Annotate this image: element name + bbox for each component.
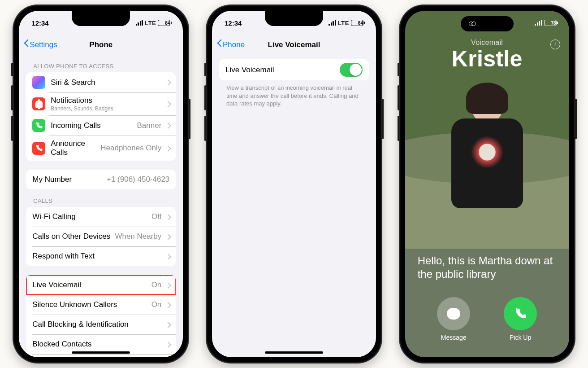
notch	[72, 11, 130, 26]
volume-down-button	[11, 116, 13, 141]
section-header-access: ALLOW PHONE TO ACCESS	[26, 55, 176, 72]
list-live-voicemail: Live Voicemail	[219, 59, 369, 80]
battery-icon: 84	[351, 20, 363, 26]
battery-icon: 84	[158, 20, 170, 26]
list-calls-2: Live VoicemailOn Silence Unknown Callers…	[26, 275, 176, 357]
row-respond-with-text[interactable]: Respond with Text	[26, 246, 176, 266]
row-announce-calls[interactable]: Announce CallsHeadphones Only	[26, 136, 176, 161]
section-header-calls: CALLS	[26, 189, 176, 207]
notch	[265, 11, 323, 26]
nav-bar: Phone Live Voicemail	[212, 35, 376, 55]
volume-down-button	[398, 116, 399, 141]
chevron-right-icon	[166, 302, 169, 308]
info-button[interactable]: i	[550, 39, 560, 49]
back-settings-button[interactable]: Settings	[23, 40, 57, 49]
iphone-frame-1: 12:34 LTE 84 Settings Phone ALLOW PHONE …	[13, 4, 189, 364]
notifications-icon	[32, 97, 45, 110]
carrier-label: LTE	[338, 20, 349, 26]
chevron-right-icon	[166, 234, 169, 240]
screen-live-voicemail-settings: 12:34 LTE 84 Phone Live Voicemail Live V…	[212, 11, 376, 357]
chevron-right-icon	[166, 123, 169, 128]
chevron-right-icon	[166, 145, 169, 151]
voicemail-transcript: Hello, this is Martha down at the public…	[418, 254, 557, 281]
live-voicemail-description: View a transcript of an incoming voicema…	[219, 80, 369, 111]
phone-icon	[514, 307, 527, 320]
chevron-right-icon	[166, 282, 169, 288]
dynamic-island[interactable]	[461, 16, 514, 31]
pickup-button[interactable]	[504, 297, 537, 330]
nav-title: Live Voicemail	[268, 40, 320, 49]
power-button	[575, 99, 577, 139]
incoming-calls-icon	[32, 119, 45, 132]
list-calls-1: Wi-Fi CallingOff Calls on Other DevicesW…	[26, 207, 176, 266]
row-incoming-calls[interactable]: Incoming CallsBanner	[26, 115, 176, 136]
status-time: 12:34	[225, 19, 242, 27]
volume-up-button	[11, 85, 13, 110]
list-my-number: My Number+1 (906) 450-4623	[26, 170, 176, 189]
volume-up-button	[204, 85, 206, 110]
row-siri-search[interactable]: Siri & Search	[26, 72, 176, 92]
row-my-number[interactable]: My Number+1 (906) 450-4623	[26, 170, 176, 189]
row-live-voicemail[interactable]: Live VoicemailOn	[26, 275, 176, 295]
contact-photo	[436, 87, 539, 226]
signal-icon	[535, 20, 542, 26]
home-indicator[interactable]	[265, 351, 323, 354]
message-icon	[447, 308, 460, 320]
chevron-right-icon	[166, 101, 169, 107]
iphone-frame-2: 12:34 LTE 84 Phone Live Voicemail Live V…	[206, 4, 382, 364]
chevron-right-icon	[166, 342, 169, 347]
message-button[interactable]	[437, 297, 470, 330]
chevron-left-icon	[23, 40, 29, 49]
mute-switch	[11, 63, 13, 76]
row-live-voicemail-toggle[interactable]: Live Voicemail	[219, 59, 369, 80]
voicemail-actions: Message Pick Up	[405, 297, 569, 341]
back-label: Settings	[30, 40, 57, 49]
home-indicator[interactable]	[72, 351, 130, 354]
screen-voicemail-call: 78 i Voicemail Kristle Hello, this is Ma…	[405, 11, 569, 357]
row-silence-unknown[interactable]: Silence Unknown CallersOn	[26, 295, 176, 315]
voicemail-header: Voicemail Kristle	[405, 39, 569, 72]
back-label: Phone	[223, 40, 245, 49]
power-button	[189, 99, 190, 139]
signal-icon	[136, 20, 143, 26]
pickup-label: Pick Up	[510, 334, 531, 341]
screen-settings-phone: 12:34 LTE 84 Settings Phone ALLOW PHONE …	[19, 11, 183, 357]
row-notifications[interactable]: NotificationsBanners, Sounds, Badges	[26, 92, 176, 115]
row-wifi-calling[interactable]: Wi-Fi CallingOff	[26, 207, 176, 227]
volume-down-button	[204, 116, 206, 141]
live-voicemail-content: Live Voicemail View a transcript of an i…	[212, 55, 376, 357]
row-call-blocking[interactable]: Call Blocking & Identification	[26, 315, 176, 334]
back-phone-button[interactable]: Phone	[216, 40, 245, 49]
carrier-label: LTE	[145, 20, 156, 26]
mute-switch	[204, 63, 206, 76]
chevron-right-icon	[166, 79, 169, 85]
chevron-right-icon	[166, 254, 169, 259]
voicemail-icon	[466, 21, 479, 27]
chevron-right-icon	[166, 322, 169, 328]
volume-up-button	[398, 85, 399, 110]
caller-name: Kristle	[405, 46, 569, 72]
row-sms-call-reporting[interactable]: SMS/Call Reporting	[26, 354, 176, 357]
power-button	[382, 99, 384, 139]
nav-bar: Settings Phone	[19, 35, 183, 55]
iphone-frame-3: 78 i Voicemail Kristle Hello, this is Ma…	[399, 4, 575, 364]
chevron-left-icon	[216, 40, 222, 49]
live-voicemail-toggle[interactable]	[340, 63, 363, 77]
row-calls-other-devices[interactable]: Calls on Other DevicesWhen Nearby	[26, 227, 176, 246]
message-label: Message	[441, 334, 467, 341]
chevron-right-icon	[166, 214, 169, 220]
status-time: 12:34	[31, 19, 48, 27]
nav-title: Phone	[89, 40, 112, 49]
battery-icon: 78	[544, 20, 557, 26]
announce-calls-icon	[32, 142, 45, 155]
list-access: Siri & Search NotificationsBanners, Soun…	[26, 72, 176, 161]
mute-switch	[398, 63, 399, 76]
settings-content[interactable]: ALLOW PHONE TO ACCESS Siri & Search Noti…	[19, 55, 183, 357]
signal-icon	[329, 20, 336, 26]
siri-icon	[32, 76, 45, 89]
